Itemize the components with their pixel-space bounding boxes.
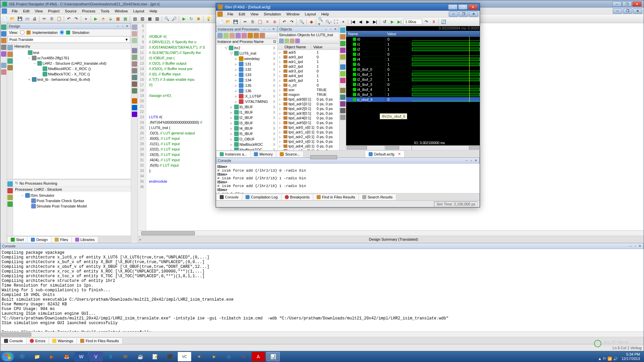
isim-deleteall-icon[interactable]: ⊗ bbox=[271, 18, 278, 25]
ot1-icon[interactable] bbox=[279, 39, 284, 43]
wt9-icon[interactable] bbox=[340, 88, 345, 93]
tree-item[interactable]: −xc7vx485t-2ffg1761 bbox=[14, 55, 130, 61]
isim-title-bar[interactable]: ISim (P.49d) - [Default.wcfg] ─ ❐ ✕ bbox=[216, 3, 480, 11]
pt4-icon[interactable] bbox=[7, 201, 13, 207]
ic-f[interactable]: ↔ bbox=[465, 159, 469, 163]
object-row[interactable]: ▹adr51 bbox=[278, 50, 339, 55]
objects-table[interactable]: Object NameValue ▹adr51▹adr0_ipd0▹adr1_i… bbox=[278, 44, 339, 150]
vnc-icon[interactable]: VC bbox=[178, 352, 191, 361]
adobe-icon[interactable]: A bbox=[252, 352, 265, 361]
wave-signal-row[interactable]: i11 bbox=[346, 42, 480, 47]
con-close-icon[interactable]: ✕ bbox=[638, 244, 642, 248]
word-icon[interactable]: W bbox=[74, 352, 88, 361]
con-pin-icon[interactable]: ▫ bbox=[633, 244, 637, 248]
isim-zoom-fit-icon[interactable]: ⛶ bbox=[332, 18, 339, 25]
isim-redo-icon[interactable]: ↷ bbox=[288, 18, 295, 25]
it8-icon[interactable] bbox=[260, 33, 265, 38]
isim-mdi-min[interactable]: ─ bbox=[449, 11, 458, 17]
isim-menu-help[interactable]: Help bbox=[319, 11, 332, 17]
sim-phase-dropdown[interactable]: Post-Translate▼ bbox=[8, 36, 130, 43]
wave-signal-row[interactable]: i30 bbox=[346, 52, 480, 57]
find2-icon[interactable]: 🔎 bbox=[171, 15, 177, 22]
isim-cut-icon[interactable]: ✂ bbox=[242, 18, 249, 25]
object-row[interactable]: ▹tpd_adr0_o[0:1]0 ps, 0 ps bbox=[278, 125, 339, 130]
isim-step-icon[interactable]: ↷ bbox=[423, 18, 430, 25]
isim-tab-search[interactable]: Search Results bbox=[359, 194, 396, 200]
it3-icon[interactable] bbox=[229, 33, 235, 38]
wave-signal-row[interactable]: i2_ibuf_21 bbox=[346, 77, 480, 82]
isim-max-button[interactable]: ❐ bbox=[458, 4, 468, 10]
stop-icon[interactable]: ⏹ bbox=[195, 15, 202, 22]
ot4-icon[interactable] bbox=[295, 39, 300, 43]
isim-menu-window[interactable]: Window bbox=[284, 11, 302, 17]
view-sim-radio[interactable] bbox=[60, 30, 64, 35]
obj-hscroll[interactable] bbox=[310, 155, 337, 159]
it6-icon[interactable] bbox=[248, 33, 253, 38]
et13-icon[interactable] bbox=[132, 112, 137, 117]
it5-icon[interactable] bbox=[241, 33, 247, 38]
et2-icon[interactable] bbox=[132, 31, 137, 37]
console-output[interactable]: Compiling package vpackage Compiling arc… bbox=[0, 249, 644, 331]
isim-menu-view[interactable]: View bbox=[248, 11, 261, 17]
outlook-icon[interactable]: ✉ bbox=[119, 352, 132, 361]
table4-icon[interactable]: ▧ bbox=[154, 15, 160, 22]
wave-col-name[interactable]: Name bbox=[346, 32, 385, 36]
object-row[interactable]: ▹adr4_ipd1 bbox=[278, 73, 339, 78]
wave-col-value[interactable]: Value bbox=[385, 32, 412, 36]
ip-f[interactable]: ↔ bbox=[262, 27, 266, 31]
panel-close-icon[interactable]: ✕ bbox=[125, 24, 129, 28]
instance-item[interactable]: ▹:135X bbox=[217, 83, 277, 88]
object-row[interactable]: ▹tipd_adr4[0:1]0 ps, 0 ps bbox=[278, 116, 339, 120]
vtool-4-icon[interactable] bbox=[1, 45, 6, 50]
wt6-icon[interactable] bbox=[340, 64, 345, 70]
et1-icon[interactable] bbox=[132, 24, 137, 30]
isim-zoom-cursor-icon[interactable]: ⌖ bbox=[340, 18, 346, 25]
instance-item[interactable]: ▹I2_IBUFX bbox=[217, 115, 277, 120]
isim-run-for-icon[interactable]: ▶| bbox=[396, 18, 403, 25]
ot2-icon[interactable] bbox=[284, 39, 289, 43]
process-item[interactable]: −ISim Simulator bbox=[14, 193, 130, 198]
ise-menu-project[interactable]: Project bbox=[45, 8, 62, 14]
et7-icon[interactable] bbox=[132, 68, 137, 73]
isim-close-button[interactable]: ✕ bbox=[468, 4, 478, 10]
isim-console-output[interactable]: ISim> # isim force add {/lhr2/i3} 0 -rad… bbox=[216, 164, 480, 193]
instance-item[interactable]: ▹:133X bbox=[217, 72, 277, 77]
object-row[interactable]: ▹adr0_ipd0 bbox=[278, 55, 339, 59]
process-item[interactable]: Post-Translate Check Syntax bbox=[14, 198, 130, 203]
redo-icon[interactable]: ↷ bbox=[73, 15, 79, 22]
instance-item[interactable]: ▹:131X bbox=[217, 61, 277, 67]
run-icon[interactable]: ▶ bbox=[180, 15, 187, 22]
vtool-5-icon[interactable] bbox=[1, 51, 6, 57]
wave-signal-row[interactable]: i0_ibuf_00 bbox=[346, 67, 480, 72]
open-icon[interactable]: 📂 bbox=[9, 15, 16, 22]
ise-menu-process[interactable]: Process bbox=[79, 8, 98, 14]
object-row[interactable]: ▹adr2_ipd1 bbox=[278, 64, 339, 69]
ise-menu-tools[interactable]: Tools bbox=[98, 8, 112, 14]
isim-mdi-max[interactable]: ❐ bbox=[459, 11, 468, 17]
isim-save-icon[interactable]: 💾 bbox=[232, 18, 239, 25]
wt10-icon[interactable] bbox=[340, 95, 345, 100]
windows-taskbar[interactable]: ⓔ 📁 ▶ 🦊 W V S ✉ ☕ 📝 ⬛ VC ✦ ➤ ◎ ✂ A 📊 ▲ 🏳… bbox=[0, 351, 644, 362]
ise-menu-help[interactable]: Help bbox=[147, 8, 160, 14]
ise-menu-edit[interactable]: Edit bbox=[20, 8, 32, 14]
panel-float-icon[interactable]: ↔ bbox=[116, 24, 120, 28]
it4-icon[interactable] bbox=[235, 33, 241, 38]
app3-icon[interactable]: ◎ bbox=[222, 352, 235, 361]
editor-hscroll[interactable] bbox=[138, 230, 644, 236]
view-impl-radio[interactable] bbox=[20, 30, 24, 35]
app2-icon[interactable]: ➤ bbox=[207, 352, 221, 361]
app1-icon[interactable]: ✦ bbox=[193, 352, 206, 361]
table3-icon[interactable]: ▦ bbox=[146, 15, 153, 22]
ip-p[interactable]: ▫ bbox=[267, 27, 271, 31]
cygwin-icon[interactable]: ⬛ bbox=[163, 352, 176, 361]
ot3-icon[interactable] bbox=[290, 39, 294, 43]
et3-icon[interactable] bbox=[132, 38, 137, 43]
object-row[interactable]: ▹adr5_ipd1 bbox=[278, 78, 339, 83]
isim-zoom-out-icon[interactable]: 🔍- bbox=[325, 18, 332, 25]
object-row[interactable]: ▹tipd_adr3[0:1]0 ps, 0 ps bbox=[278, 111, 339, 116]
instance-item[interactable]: ▹I4_IBUFX bbox=[217, 126, 277, 131]
tab-source[interactable]: Source... bbox=[276, 151, 304, 157]
et5-icon[interactable] bbox=[132, 55, 137, 60]
isim-task-icon[interactable]: 📊 bbox=[266, 352, 280, 361]
skype-icon[interactable]: S bbox=[104, 352, 117, 361]
